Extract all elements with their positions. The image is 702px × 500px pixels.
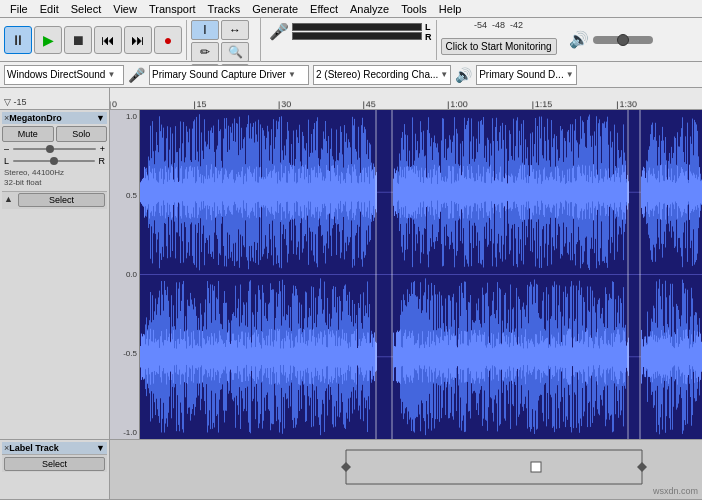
track-select-bar: ▲ Select xyxy=(2,191,107,209)
db-scale: 1.0 0.5 0.0 -0.5 -1.0 xyxy=(110,110,140,439)
sample-rate: Stereo, 44100Hz xyxy=(4,168,105,178)
menu-edit[interactable]: Edit xyxy=(34,0,65,18)
pause-button[interactable]: ⏸ xyxy=(4,26,32,54)
output-device-label: Primary Sound D... xyxy=(479,69,563,80)
label-track-name: Label Track xyxy=(9,443,96,453)
mute-button[interactable]: Mute xyxy=(2,126,54,142)
menu-help[interactable]: Help xyxy=(433,0,468,18)
bit-depth: 32-bit float xyxy=(4,178,105,188)
speaker-device-icon: 🔊 xyxy=(455,67,472,83)
label-select-button[interactable]: Select xyxy=(4,457,105,471)
label-waveform-area xyxy=(110,440,702,499)
waveform-canvas xyxy=(140,110,702,439)
mic-icon: 🎤 xyxy=(269,22,289,41)
pan-right: R xyxy=(99,156,106,166)
stop-button[interactable]: ⏹ xyxy=(64,26,92,54)
track-mute-solo: Mute Solo xyxy=(2,126,107,142)
host-dropdown-arrow: ▼ xyxy=(107,70,115,79)
pan-thumb[interactable] xyxy=(50,157,58,165)
gain-minus: – xyxy=(4,144,9,154)
main-toolbar: ⏸ ▶ ⏹ ⏮ ⏭ ● I ↔ ✏ 🔍 ↕ ✱ 🎤 LR xyxy=(0,18,702,62)
gain-thumb[interactable] xyxy=(46,145,54,153)
skip-back-button[interactable]: ⏮ xyxy=(94,26,122,54)
record-button[interactable]: ● xyxy=(154,26,182,54)
menu-select[interactable]: Select xyxy=(65,0,108,18)
waveform-wrapper xyxy=(140,110,702,439)
start-monitoring-button[interactable]: Click to Start Monitoring xyxy=(441,38,557,55)
menu-tracks[interactable]: Tracks xyxy=(202,0,247,18)
main-content: × MegatonDro ▼ Mute Solo – + xyxy=(0,110,702,500)
input-vu-meter-L xyxy=(292,23,422,31)
channels-select[interactable]: 2 (Stereo) Recording Cha... ▼ xyxy=(313,65,451,85)
input-vu-row: 🎤 LR xyxy=(269,22,432,42)
pan-row: L R xyxy=(2,156,107,166)
envelope-tool[interactable]: ↔ xyxy=(221,20,249,40)
mic-device-icon: 🎤 xyxy=(128,67,145,83)
menu-view[interactable]: View xyxy=(107,0,143,18)
skip-fwd-button[interactable]: ⏭ xyxy=(124,26,152,54)
label-track-title: × Label Track ▼ xyxy=(2,442,107,454)
label-track-dropdown[interactable]: ▼ xyxy=(96,443,105,453)
menu-effect[interactable]: Effect xyxy=(304,0,344,18)
label-select-bar: Select xyxy=(2,454,107,472)
host-select[interactable]: Windows DirectSound ▼ xyxy=(4,65,124,85)
timeline-neg-label: ▽ -15 xyxy=(4,97,27,109)
cursor-tool[interactable]: I xyxy=(191,20,219,40)
db-1.0-top: 1.0 xyxy=(110,112,137,121)
db--1.0: -1.0 xyxy=(110,428,137,437)
collapse-button[interactable]: ▲ xyxy=(4,194,16,206)
pan-slider[interactable] xyxy=(13,157,94,165)
vu-scale-section: -54 -48 -42 Click to Start Monitoring xyxy=(441,20,561,60)
track-info: Stereo, 44100Hz 32-bit float xyxy=(2,168,107,189)
input-vu-meter-R xyxy=(292,32,422,40)
device-toolbar: Windows DirectSound ▼ 🎤 Primary Sound Ca… xyxy=(0,62,702,88)
tools-section: I ↔ ✏ 🔍 ↕ ✱ xyxy=(191,18,261,62)
gain-plus: + xyxy=(100,144,105,154)
gain-slider[interactable] xyxy=(13,145,96,153)
menu-bar: File Edit Select View Transport Tracks G… xyxy=(0,0,702,18)
menu-file[interactable]: File xyxy=(4,0,34,18)
play-button[interactable]: ▶ xyxy=(34,26,62,54)
zoom-tool[interactable]: 🔍 xyxy=(221,42,249,62)
input-device-select[interactable]: Primary Sound Capture Driver ▼ xyxy=(149,65,309,85)
menu-generate[interactable]: Generate xyxy=(246,0,304,18)
audio-track: × MegatonDro ▼ Mute Solo – + xyxy=(0,110,702,440)
tracks-container: × MegatonDro ▼ Mute Solo – + xyxy=(0,110,702,500)
output-section: 🔊 xyxy=(565,30,653,49)
output-device-select[interactable]: Primary Sound D... ▼ xyxy=(476,65,576,85)
label-track: × Label Track ▼ Select xyxy=(0,440,702,500)
host-label: Windows DirectSound xyxy=(7,69,105,80)
input-device-label: Primary Sound Capture Driver xyxy=(152,69,286,80)
track-dropdown-button[interactable]: ▼ xyxy=(96,113,105,123)
track-title-bar: × MegatonDro ▼ xyxy=(2,112,107,124)
watermark: wsxdn.com xyxy=(653,486,698,496)
track-name-label: MegatonDro xyxy=(9,113,96,123)
LR-label: LR xyxy=(425,22,432,42)
label-track-header: × Label Track ▼ Select xyxy=(0,440,110,499)
db-0.0-mid: 0.0 xyxy=(110,270,137,279)
db--0.5: -0.5 xyxy=(110,349,137,358)
volume-thumb[interactable] xyxy=(617,34,629,46)
vu-section: 🎤 LR xyxy=(265,20,437,60)
transport-section: ⏸ ▶ ⏹ ⏮ ⏭ ● xyxy=(4,20,187,60)
output-dropdown-arrow: ▼ xyxy=(566,70,574,79)
volume-slider[interactable] xyxy=(593,36,653,44)
channels-dropdown-arrow: ▼ xyxy=(440,70,448,79)
waveform-area: 1.0 0.5 0.0 -0.5 -1.0 xyxy=(110,110,702,439)
solo-button[interactable]: Solo xyxy=(56,126,108,142)
pan-left: L xyxy=(4,156,9,166)
draw-tool[interactable]: ✏ xyxy=(191,42,219,62)
menu-transport[interactable]: Transport xyxy=(143,0,202,18)
label-canvas xyxy=(110,440,702,499)
menu-tools[interactable]: Tools xyxy=(395,0,433,18)
gain-row: – + xyxy=(2,144,107,154)
speaker-icon: 🔊 xyxy=(569,30,589,49)
timeline-ruler: ▽ -15 xyxy=(0,88,702,110)
select-button[interactable]: Select xyxy=(18,193,105,207)
channels-label: 2 (Stereo) Recording Cha... xyxy=(316,69,438,80)
timeline-scale xyxy=(110,88,702,109)
db-0.5-top: 0.5 xyxy=(110,191,137,200)
input-dropdown-arrow: ▼ xyxy=(288,70,296,79)
menu-analyze[interactable]: Analyze xyxy=(344,0,395,18)
track-header: × MegatonDro ▼ Mute Solo – + xyxy=(0,110,110,439)
